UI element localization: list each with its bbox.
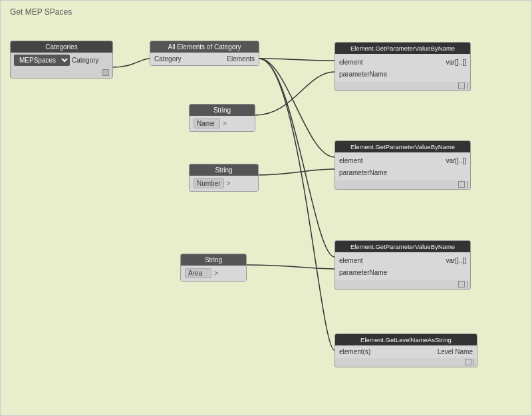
string-number-value: Number: [194, 178, 224, 188]
string-area-node: String Area >: [180, 254, 247, 282]
getlevel-body: element(s) Level Name: [335, 345, 477, 358]
all-elements-port-out: Elements: [227, 55, 255, 63]
getlevel-sq-icon: [465, 359, 471, 365]
getparam2-node: Element.GetParameterValueByName element …: [334, 140, 471, 190]
categories-header: Categories: [11, 41, 112, 53]
all-elements-port-in: Category: [154, 55, 182, 63]
getparam3-port-paramname: parameterName: [339, 269, 387, 276]
categories-node: Categories MEPSpaces Category: [10, 41, 113, 79]
category-label: Category: [72, 57, 99, 64]
getparam1-footer: [335, 82, 470, 91]
getparam2-footer: [335, 180, 470, 189]
string-name-header: String: [190, 104, 255, 116]
getparam2-port-out: var[]..[]: [446, 157, 466, 164]
string-number-header: String: [190, 164, 258, 176]
getparam3-header: Element.GetParameterValueByName: [335, 241, 470, 252]
getparam1-vbar: [467, 83, 467, 89]
getlevel-port-in: element(s): [339, 348, 370, 355]
getparam3-sq-icon: [458, 281, 465, 288]
getparam1-sq-icon: [458, 83, 465, 89]
string-number-body: Number >: [190, 176, 258, 191]
getparam1-port-out: var[]..[]: [446, 59, 466, 66]
string-name-body: Name >: [190, 116, 255, 131]
getparam3-node: Element.GetParameterValueByName element …: [334, 240, 471, 290]
getlevel-node: Element.GetLevelNameAsString element(s) …: [334, 333, 477, 367]
getparam2-body: element var[]..[] parameterName: [335, 152, 470, 180]
getparam2-header: Element.GetParameterValueByName: [335, 141, 470, 152]
string-area-value: Area: [185, 268, 211, 278]
getlevel-port-out: Level Name: [438, 348, 473, 355]
getparam2-port-element: element: [339, 157, 363, 164]
all-elements-header: All Elements of Category: [150, 41, 259, 53]
string-number-node: String Number >: [189, 164, 259, 192]
getparam3-port-out: var[]..[]: [446, 257, 466, 264]
getparam1-port-paramname: parameterName: [339, 71, 387, 78]
getparam1-header: Element.GetParameterValueByName: [335, 43, 470, 54]
string-number-arrow: >: [227, 180, 231, 187]
getparam1-node: Element.GetParameterValueByName element …: [334, 42, 471, 91]
string-area-body: Area >: [181, 266, 246, 281]
getparam2-vbar: [467, 181, 467, 188]
all-elements-body: Category Elements: [150, 53, 259, 65]
getlevel-header: Element.GetLevelNameAsString: [335, 334, 477, 345]
getparam2-sq-icon: [458, 181, 465, 188]
getparam1-port-element: element: [339, 59, 363, 66]
getlevel-vbar: [473, 359, 474, 365]
getparam1-body: element var[]..[] parameterName: [335, 54, 470, 82]
getparam3-vbar: [467, 281, 467, 288]
getparam3-footer: [335, 280, 470, 289]
canvas: Get MEP SPaces Categories MEPSpaces Cate…: [0, 0, 532, 416]
string-name-value: Name: [194, 118, 220, 128]
mepspaces-dropdown[interactable]: MEPSpaces: [14, 55, 70, 66]
categories-body: MEPSpaces Category: [11, 53, 112, 68]
string-area-header: String: [181, 254, 246, 266]
all-elements-node: All Elements of Category Category Elemen…: [150, 41, 259, 66]
canvas-title: Get MEP SPaces: [10, 7, 72, 17]
getparam3-port-element: element: [339, 257, 363, 264]
getlevel-footer: [335, 358, 477, 367]
string-name-arrow: >: [223, 120, 227, 127]
string-area-arrow: >: [214, 270, 218, 277]
getparam3-body: element var[]..[] parameterName: [335, 252, 470, 280]
categories-checkbox: [102, 69, 109, 76]
string-name-node: String Name >: [189, 104, 255, 132]
getparam2-port-paramname: parameterName: [339, 169, 387, 176]
